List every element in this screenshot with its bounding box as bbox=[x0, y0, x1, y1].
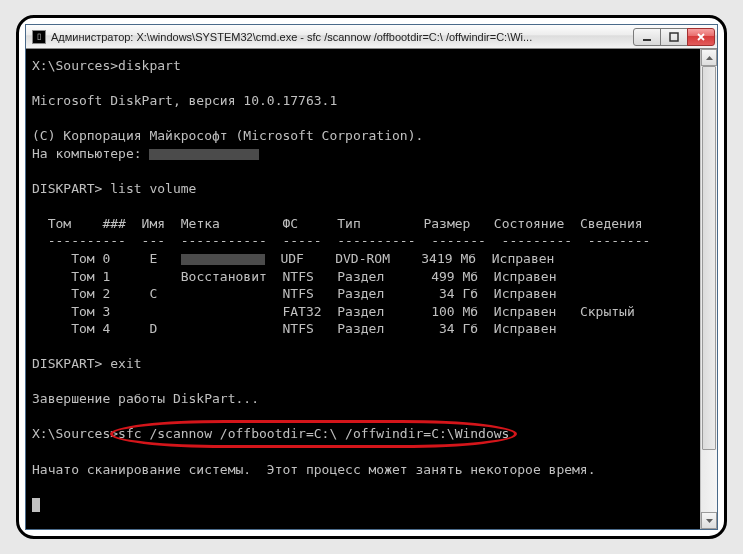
diskpart-prompt: DISKPART> bbox=[32, 356, 110, 371]
vertical-scrollbar[interactable] bbox=[700, 49, 717, 529]
maximize-icon bbox=[669, 32, 679, 42]
col-fs: ФС bbox=[283, 216, 299, 231]
cmd-icon: ▯ bbox=[32, 30, 46, 44]
svg-rect-1 bbox=[670, 33, 678, 41]
command-text: diskpart bbox=[118, 58, 181, 73]
cell: 100 Мб bbox=[431, 304, 478, 319]
redacted-label bbox=[181, 254, 265, 265]
cell: 34 Гб bbox=[439, 286, 478, 301]
prompt: X:\Sources> bbox=[32, 58, 118, 73]
cell: DVD-ROM bbox=[335, 251, 390, 266]
scroll-down-button[interactable] bbox=[701, 512, 717, 529]
cell: Раздел bbox=[337, 269, 384, 284]
window-title: Администратор: X:\windows\SYSTEM32\cmd.e… bbox=[51, 31, 634, 43]
cell: Исправен bbox=[492, 251, 555, 266]
cell: 34 Гб bbox=[439, 321, 478, 336]
scan-message: Начато сканирование системы. Этот процес… bbox=[32, 462, 596, 477]
col-type: Тип bbox=[337, 216, 360, 231]
computer-label: На компьютере: bbox=[32, 146, 149, 161]
close-icon bbox=[696, 32, 706, 42]
svg-rect-0 bbox=[643, 39, 651, 41]
cell: Том 4 bbox=[71, 321, 110, 336]
scroll-track[interactable] bbox=[701, 66, 717, 512]
window-controls bbox=[634, 28, 715, 46]
cell: NTFS bbox=[282, 321, 313, 336]
copyright-line: (C) Корпорация Майкрософт (Microsoft Cor… bbox=[32, 128, 423, 143]
cell: C bbox=[149, 286, 157, 301]
screenshot-frame: ▯ Администратор: X:\windows\SYSTEM32\cmd… bbox=[16, 15, 727, 539]
scroll-up-button[interactable] bbox=[701, 49, 717, 66]
maximize-button[interactable] bbox=[660, 28, 688, 46]
command-text: list volume bbox=[110, 181, 196, 196]
cell: NTFS bbox=[282, 286, 313, 301]
cell: Раздел bbox=[337, 321, 384, 336]
cell: D bbox=[149, 321, 157, 336]
prompt: X:\Sources> bbox=[32, 426, 118, 441]
cell: Исправен bbox=[494, 269, 557, 284]
console-output[interactable]: X:\Sources>diskpart Microsoft DiskPart, … bbox=[26, 49, 700, 529]
cell: UDF bbox=[280, 251, 303, 266]
cell: Исправен bbox=[494, 286, 557, 301]
exit-message: Завершение работы DiskPart... bbox=[32, 391, 259, 406]
titlebar[interactable]: ▯ Администратор: X:\windows\SYSTEM32\cmd… bbox=[26, 25, 717, 49]
cell: Раздел bbox=[337, 304, 384, 319]
col-label: Метка bbox=[181, 216, 220, 231]
cell: Том 1 bbox=[71, 269, 110, 284]
col-tom: Том bbox=[48, 216, 71, 231]
diskpart-prompt: DISKPART> bbox=[32, 181, 110, 196]
version-line: Microsoft DiskPart, версия 10.0.17763.1 bbox=[32, 93, 337, 108]
cell: Том 0 bbox=[71, 251, 110, 266]
command-text: exit bbox=[110, 356, 141, 371]
command-text: sfc /scannow /offbootdir=C:\ /offwindir=… bbox=[118, 426, 509, 441]
close-button[interactable] bbox=[687, 28, 715, 46]
col-state: Состояние bbox=[494, 216, 564, 231]
minimize-button[interactable] bbox=[633, 28, 661, 46]
cell: Том 2 bbox=[71, 286, 110, 301]
console-area: X:\Sources>diskpart Microsoft DiskPart, … bbox=[26, 49, 717, 529]
text-cursor bbox=[32, 498, 40, 512]
col-info: Сведения bbox=[580, 216, 643, 231]
cell: FAT32 bbox=[282, 304, 321, 319]
col-num: ### bbox=[102, 216, 125, 231]
cell: Исправен bbox=[494, 304, 557, 319]
cell: Том 3 bbox=[71, 304, 110, 319]
highlighted-command: sfc /scannow /offbootdir=C:\ /offwindir=… bbox=[118, 425, 509, 443]
cell: 499 Мб bbox=[431, 269, 478, 284]
scroll-thumb[interactable] bbox=[702, 66, 716, 450]
cell: NTFS bbox=[282, 269, 313, 284]
cell: Скрытый bbox=[580, 304, 635, 319]
redacted-computer-name bbox=[149, 149, 259, 160]
cell: E bbox=[149, 251, 157, 266]
cell: Восстановит bbox=[181, 269, 267, 284]
minimize-icon bbox=[642, 32, 652, 42]
col-size: Размер bbox=[423, 216, 470, 231]
chevron-up-icon bbox=[706, 56, 713, 60]
cmd-window: ▯ Администратор: X:\windows\SYSTEM32\cmd… bbox=[25, 24, 718, 530]
chevron-down-icon bbox=[706, 519, 713, 523]
col-name: Имя bbox=[142, 216, 165, 231]
cell: Исправен bbox=[494, 321, 557, 336]
cell: Раздел bbox=[337, 286, 384, 301]
cell: 3419 Мб bbox=[421, 251, 476, 266]
